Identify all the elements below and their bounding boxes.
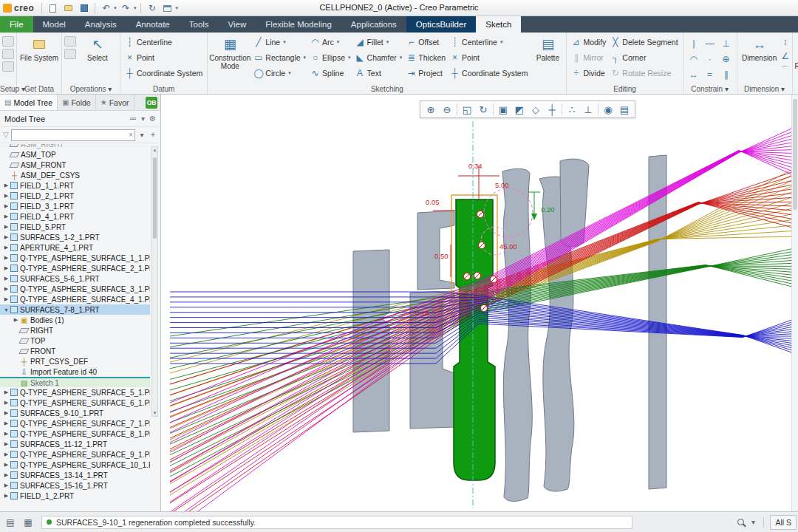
tree-item[interactable]: TOP [0, 335, 150, 346]
dimension-value[interactable]: 0.34 [468, 162, 482, 170]
expand-arrow-icon[interactable]: ▶ [2, 451, 10, 457]
parallel-constraint-icon[interactable]: ∥ [718, 66, 734, 82]
chevron-down-icon[interactable]: ▾ [137, 131, 146, 139]
filter-icon[interactable]: ▽ [3, 131, 9, 139]
dimension-button[interactable]: ↔ Dimension [740, 34, 780, 62]
group-caption[interactable]: Get Data [17, 85, 61, 93]
regenerate-icon[interactable]: ↻ [146, 2, 158, 15]
group-caption[interactable]: Operations ▾ [62, 85, 120, 93]
perpendicular-constraint-icon[interactable]: ⊥ [718, 35, 734, 51]
arc-button[interactable]: ◠Arc▾ [308, 34, 352, 50]
tree-item[interactable]: ▼SURFACES_7-8_1.PRT [0, 304, 150, 315]
zoom-out-icon[interactable]: ⊖ [439, 102, 455, 117]
coordinate-system-button[interactable]: ┼Coordinate System [448, 65, 530, 81]
expand-arrow-icon[interactable]: ▶ [2, 255, 10, 261]
view-manager-icon[interactable]: ▤ [616, 102, 632, 117]
tree-item[interactable]: ▶SURFACES_9-10_1.PRT [0, 408, 150, 418]
thicken-button[interactable]: ≣Thicken [404, 50, 448, 65]
expand-arrow-icon[interactable]: ▶ [12, 317, 20, 323]
vertical-constraint-icon[interactable]: ∣ [686, 35, 702, 51]
group-caption[interactable]: Constrain ▾ [683, 85, 737, 93]
paste-icon[interactable] [64, 49, 76, 59]
expand-arrow-icon[interactable]: ▶ [2, 193, 10, 199]
sketch-setup-icon[interactable] [2, 36, 14, 47]
chevron-down-icon[interactable]: ▾ [134, 5, 137, 11]
dimension-value[interactable]: 0.05 [426, 198, 440, 206]
text-button[interactable]: AText [353, 65, 405, 81]
tree-item[interactable]: ▶Q-TYPE_ASPHERE_SURFACE_6_1.PRT [0, 398, 150, 408]
tab-opticsbuilder[interactable]: OpticsBuilder [406, 16, 476, 33]
tree-item[interactable]: ASM_FRONT [0, 160, 150, 170]
group-caption[interactable]: Setup ▾ [0, 85, 16, 93]
horizontal-constraint-icon[interactable]: ― [702, 35, 718, 51]
dimension-value[interactable]: 0.18 [415, 309, 429, 317]
tab-flexible-modeling[interactable]: Flexible Modeling [256, 16, 341, 33]
tree-item[interactable]: ⇩Import Feature id 40 [0, 366, 150, 377]
delete-segment-button[interactable]: ╳Delete Segment [608, 34, 680, 50]
expand-arrow-icon[interactable]: ▶ [2, 472, 10, 478]
group-caption[interactable]: Dimension ▾ [737, 85, 792, 93]
shade-icon[interactable]: ◩ [511, 102, 528, 117]
tree-item[interactable]: ▶SURFACES_15-16_1.PRT [0, 480, 150, 491]
refit-icon[interactable]: ◱ [459, 102, 475, 117]
save-icon[interactable] [78, 2, 90, 15]
expand-arrow-icon[interactable]: ▶ [2, 286, 10, 292]
tree-item[interactable]: ▶SURFACES_11-12_1.PRT [0, 439, 150, 449]
group-caption[interactable]: Inspect ▾ [793, 85, 798, 93]
tab-applications[interactable]: Applications [341, 16, 406, 33]
tree-item[interactable]: ▶Q-TYPE_ASPHERE_SURFACE_5_1.PRT [0, 387, 150, 398]
tab-model[interactable]: Model [33, 16, 75, 33]
expand-arrow-icon[interactable]: ▶ [2, 224, 10, 230]
expand-arrow-icon[interactable]: ▶ [2, 482, 10, 488]
tree-item[interactable]: ▶Q-TYPE_ASPHERE_SURFACE_8_1.PRT [0, 429, 150, 439]
settings-icon[interactable]: ⚙ [149, 115, 156, 123]
window-icon[interactable] [161, 2, 174, 15]
scrollbar-thumb[interactable] [153, 157, 157, 239]
tree-item[interactable]: ▶FIELD_1_2.PRT [0, 491, 150, 501]
spin-center-icon[interactable]: ◉ [600, 102, 616, 117]
axis-display-icon[interactable]: ┼ [544, 102, 560, 117]
expand-arrow-icon[interactable]: ▼ [2, 307, 10, 313]
chevron-down-icon[interactable]: ▾ [114, 5, 117, 11]
expand-arrow-icon[interactable]: ▶ [2, 203, 10, 209]
tree-item[interactable]: FRONT [0, 346, 150, 356]
tree-item[interactable]: ▶Q-TYPE_ASPHERE_SURFACE_7_1.PRT [0, 418, 150, 429]
expand-arrow-icon[interactable]: ▶ [2, 400, 10, 406]
expand-arrow-icon[interactable]: ▶ [2, 183, 10, 188]
tab-tools[interactable]: Tools [180, 16, 219, 33]
tab-sketch[interactable]: Sketch [476, 16, 521, 33]
browser-toggle-icon[interactable]: ▦ [21, 515, 35, 530]
import-icon[interactable] [2, 49, 14, 59]
dimension-value[interactable]: 0.20 [541, 205, 555, 214]
expand-arrow-icon[interactable]: ▶ [2, 265, 10, 271]
new-file-icon[interactable] [47, 2, 59, 15]
scrollbar-thumb[interactable] [793, 99, 797, 210]
expand-arrow-icon[interactable]: ▶ [2, 276, 10, 282]
point-display-icon[interactable]: ∴ [564, 102, 580, 117]
redo-icon[interactable]: ↷ [120, 2, 132, 15]
tree-item[interactable]: RIGHT [0, 325, 150, 335]
tree-item[interactable]: ▶Q-TYPE_ASPHERE_SURFACE_4_1.PRT [0, 294, 150, 304]
tree-item[interactable]: ▶APERTURE_4_1.PRT [0, 242, 150, 253]
system-icon[interactable] [2, 61, 14, 72]
dimension-value[interactable]: 0.50 [434, 252, 449, 260]
tree-item[interactable]: ▶FIELD_1_1.PRT [0, 180, 150, 191]
ellipse-button[interactable]: ○Ellipse▾ [308, 50, 352, 65]
centerline-button[interactable]: ┊Centerline▾ [448, 34, 530, 50]
angle-dimension-icon[interactable]: ∠ [781, 50, 790, 62]
baseline-dimension-icon[interactable]: ↕ [781, 36, 790, 48]
add-filter-icon[interactable]: + [149, 131, 157, 139]
tree-item[interactable]: ┼PRT_CSYS_DEF [0, 356, 150, 366]
corner-button[interactable]: ┐Corner [608, 50, 680, 65]
tree-search-input[interactable]: × [11, 129, 135, 141]
chevron-down-icon[interactable]: ▾ [175, 5, 178, 11]
panel-tab-model-tree[interactable]: ▤Model Tree [0, 95, 58, 110]
symmetric-constraint-icon[interactable]: ↔ [686, 66, 702, 82]
expand-arrow-icon[interactable]: ▶ [2, 431, 10, 437]
expand-arrow-icon[interactable]: ▶ [2, 410, 10, 416]
selected-part[interactable] [454, 200, 495, 480]
feature-requirements-button[interactable]: ☑ Feature Requirements [795, 34, 798, 70]
modify-button[interactable]: ⊿Modify [569, 34, 608, 50]
repaint-icon[interactable]: ↻ [475, 102, 491, 117]
arc-dimension-icon[interactable]: ⌒ [781, 64, 790, 76]
